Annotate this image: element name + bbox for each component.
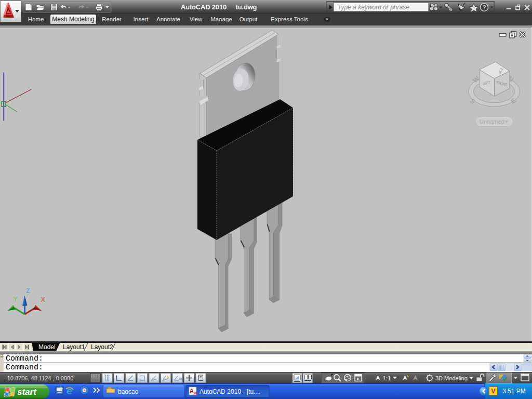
svg-text:V: V xyxy=(491,388,496,395)
svg-text:Type a keyword or phrase: Type a keyword or phrase xyxy=(338,4,409,11)
svg-text:e: e xyxy=(66,385,72,396)
svg-text:Unnamed: Unnamed xyxy=(480,118,504,125)
svg-text:3:51 PM: 3:51 PM xyxy=(502,388,526,395)
svg-text:10: 10 xyxy=(193,391,197,395)
svg-text:1:1: 1:1 xyxy=(383,375,391,381)
svg-text:start: start xyxy=(17,387,37,397)
svg-text:AutoCAD 2010 - [tu....: AutoCAD 2010 - [tu.... xyxy=(200,388,260,395)
svg-text:3D Modeling: 3D Modeling xyxy=(435,375,468,381)
svg-text:Model: Model xyxy=(38,343,56,351)
svg-text:X: X xyxy=(41,296,46,303)
svg-text:Y: Y xyxy=(14,296,18,303)
svg-text:baocao: baocao xyxy=(118,388,139,395)
svg-text:Layout2: Layout2 xyxy=(91,343,113,351)
svg-text:Layout1: Layout1 xyxy=(63,343,85,351)
svg-text:?: ? xyxy=(483,4,486,10)
svg-text:Z: Z xyxy=(26,287,30,295)
